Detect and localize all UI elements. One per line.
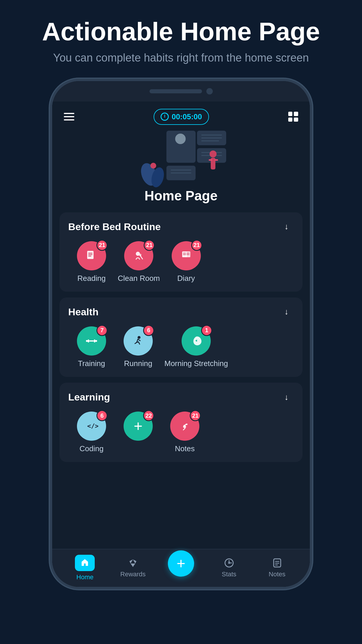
habit-label-clean-room: Clean Room [118, 274, 160, 283]
nav-stats[interactable]: Stats [212, 558, 247, 578]
habit-badge-reading: 21 [96, 240, 108, 251]
main-title: Actionable Home Page [23, 18, 339, 46]
habit-diary[interactable]: 21 Diary [166, 241, 207, 283]
svg-point-24 [139, 254, 141, 256]
svg-point-36 [138, 336, 140, 339]
svg-rect-32 [95, 340, 97, 342]
notes-icon [272, 558, 282, 568]
section-title-health: Health [68, 306, 99, 318]
timer-icon [161, 113, 169, 121]
timer-value: 00:05:00 [172, 112, 202, 121]
habit-running[interactable]: 6 Running [118, 326, 159, 368]
screen-title: Home Page [145, 188, 218, 204]
habit-icon-add: + 22 [124, 412, 153, 441]
svg-point-12 [210, 150, 217, 158]
phone-camera [206, 88, 213, 94]
habits-row-before-bed: 21 Reading [68, 241, 294, 283]
nav-home-icon-bg [75, 555, 95, 571]
chevron-down-health-icon[interactable]: ↓ [284, 307, 294, 316]
hero-section: Home Page [52, 128, 310, 209]
nav-home[interactable]: Home [67, 555, 102, 581]
habit-clean-room[interactable]: 21 Clean Room [118, 241, 160, 283]
stats-icon [224, 558, 234, 568]
svg-point-40 [228, 562, 230, 564]
habit-badge-add: 22 [143, 410, 154, 421]
menu-button[interactable] [64, 113, 74, 120]
section-header-before-bed[interactable]: Before Bed Routine ↓ [68, 221, 294, 232]
habit-badge-diary: 21 [191, 240, 202, 251]
habit-add[interactable]: + 22 [118, 412, 159, 453]
svg-rect-35 [89, 340, 94, 342]
habit-badge-running: 6 [143, 325, 154, 336]
chevron-down-icon[interactable]: ↓ [284, 222, 294, 231]
habit-label-diary: Diary [177, 274, 195, 283]
habit-icon-notes: 21 [170, 412, 199, 441]
habit-label-coding: Coding [80, 444, 103, 453]
nav-home-label: Home [76, 573, 94, 581]
habit-label-reading: Reading [78, 274, 106, 283]
header-section: Actionable Home Page You can complete ha… [0, 0, 362, 73]
habit-label-notes: Notes [175, 444, 195, 453]
habit-badge-coding: 6 [96, 410, 108, 421]
chevron-down-learning-icon[interactable]: ↓ [284, 393, 294, 402]
subtitle: You can complete habits right from the h… [23, 52, 339, 64]
nav-rewards[interactable]: Rewards [115, 558, 150, 578]
habit-icon-clean-room: 21 [124, 241, 153, 270]
hero-illustration [123, 128, 239, 192]
section-before-bed: Before Bed Routine ↓ [59, 212, 303, 292]
habit-training[interactable]: 7 Training [71, 326, 112, 368]
section-title-before-bed: Before Bed Routine [68, 221, 161, 232]
svg-rect-33 [88, 340, 89, 342]
section-health: Health ↓ [59, 298, 303, 377]
timer-badge[interactable]: 00:05:00 [154, 109, 209, 125]
phone-speaker [150, 89, 202, 93]
habit-label-training: Training [78, 359, 105, 368]
habits-row-learning: </> 6 Coding + 22 [68, 412, 294, 453]
habit-morning-stretching[interactable]: 1 Morning Stretching [164, 326, 228, 368]
habit-label-running: Running [124, 359, 152, 368]
nav-rewards-label: Rewards [120, 570, 146, 578]
svg-line-38 [183, 428, 185, 430]
habits-row-health: 7 Training [68, 326, 294, 368]
phone-frame: 00:05:00 [50, 79, 312, 589]
rewards-icon [128, 558, 138, 568]
habit-badge-notes: 21 [190, 410, 201, 421]
section-header-health[interactable]: Health ↓ [68, 306, 294, 318]
section-learning: Learning ↓ </> 6 [59, 383, 303, 462]
section-header-learning[interactable]: Learning ↓ [68, 391, 294, 403]
svg-rect-14 [209, 159, 212, 161]
habit-icon-diary: 21 [172, 241, 201, 270]
svg-rect-15 [215, 159, 218, 161]
nav-notes[interactable]: Notes [260, 558, 295, 578]
habit-icon-coding: </> 6 [77, 412, 106, 441]
section-title-learning: Learning [68, 391, 110, 403]
phone-top-bar [52, 81, 310, 102]
app-screen: 00:05:00 [52, 102, 310, 587]
app-content[interactable]: Before Bed Routine ↓ [52, 209, 310, 549]
bottom-nav: Home Rewards + Stats [52, 549, 310, 587]
add-button[interactable]: + [168, 550, 194, 577]
habit-icon-reading: 21 [77, 241, 106, 270]
habit-icon-training: 7 [77, 326, 106, 356]
grid-view-button[interactable] [288, 112, 298, 122]
svg-rect-34 [94, 340, 95, 342]
habit-coding[interactable]: </> 6 Coding [71, 412, 112, 453]
nav-notes-label: Notes [269, 570, 285, 578]
habit-badge-clean-room: 21 [144, 240, 155, 251]
nav-add[interactable]: + [164, 559, 198, 577]
habit-label-morning-stretching: Morning Stretching [164, 359, 228, 368]
app-header: 00:05:00 [52, 102, 310, 128]
svg-point-11 [175, 134, 186, 144]
habit-notes[interactable]: 21 Notes [164, 412, 205, 453]
svg-text:</>: </> [87, 422, 98, 430]
habit-badge-training: 7 [96, 325, 108, 336]
svg-point-18 [150, 163, 156, 169]
habit-reading[interactable]: 21 Reading [71, 241, 112, 283]
nav-stats-label: Stats [222, 570, 236, 578]
habit-icon-running: 6 [124, 326, 153, 356]
habit-icon-morning-stretching: 1 [182, 326, 211, 356]
habit-badge-morning-stretching: 1 [201, 325, 212, 336]
svg-rect-31 [86, 340, 88, 342]
